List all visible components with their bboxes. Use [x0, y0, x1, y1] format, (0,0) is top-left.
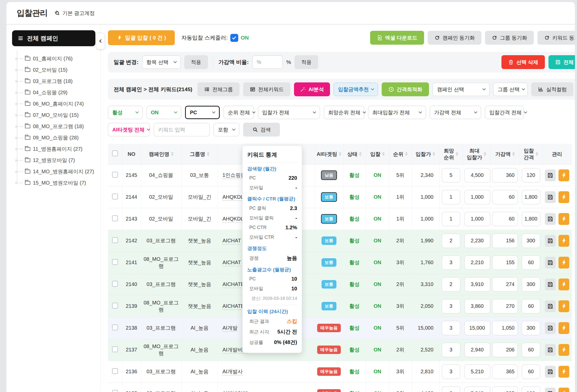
max-bid-input[interactable]: [464, 168, 490, 183]
adjust-amount-input[interactable]: [492, 255, 518, 270]
ai-targeting-badge[interactable]: 매우높음: [317, 367, 341, 376]
ai-targeting-badge[interactable]: 보통: [322, 280, 336, 289]
row-bid-toggle[interactable]: ON: [366, 383, 389, 392]
tree-expander-icon[interactable]: ▷: [16, 114, 19, 117]
save-all-button[interactable]: 전체 저장: [548, 55, 575, 69]
adjust-amount-input[interactable]: [492, 321, 518, 335]
tree-expander-icon[interactable]: ▷: [16, 80, 19, 83]
row-checkbox[interactable]: [112, 281, 118, 287]
row-bid-now-button[interactable]: [558, 322, 569, 334]
adjust-amount-input[interactable]: [492, 299, 518, 313]
row-keyword-link[interactable]: AI개발업체: [223, 390, 248, 392]
adjust-amount-input[interactable]: [492, 277, 518, 292]
row-checkbox[interactable]: [112, 215, 118, 221]
sync-group-button[interactable]: 그룹 동기화: [485, 31, 534, 45]
match-type-select[interactable]: 포함: [214, 123, 239, 136]
col-desired-rank[interactable]: 희망 순위: [439, 144, 463, 164]
row-checkbox[interactable]: [112, 390, 118, 392]
row-save-button[interactable]: [545, 322, 556, 334]
row-bid-toggle[interactable]: ON: [366, 295, 389, 317]
row-keyword-link[interactable]: AICHAT: [223, 238, 241, 244]
campaign-tree-item[interactable]: ▷ 07_MO_모바일 (15): [16, 109, 95, 121]
interval-optimize-button[interactable]: 간격최적화: [382, 82, 429, 96]
tree-expander-icon[interactable]: ▷: [16, 159, 19, 162]
ai-targeting-badge[interactable]: 매우높음: [317, 346, 341, 354]
row-keyword-link[interactable]: AICHATE: [223, 303, 244, 310]
row-checkbox[interactable]: [112, 346, 118, 352]
adjust-amount-input[interactable]: [492, 190, 518, 204]
ai-targeting-badge[interactable]: 보통: [322, 236, 336, 245]
col-bid-price[interactable]: 입찰가: [411, 144, 439, 164]
max-bid-input[interactable]: [464, 277, 490, 292]
ai-targeting-badge[interactable]: 보통: [322, 302, 336, 310]
row-checkbox[interactable]: [112, 324, 118, 330]
desired-rank-input[interactable]: [442, 168, 460, 183]
campaign-tree-item[interactable]: ▷ 03_프로그램 (18): [16, 75, 95, 87]
ai-targeting-badge[interactable]: 매우높음: [317, 389, 341, 392]
col-bid[interactable]: 입찰: [366, 144, 389, 164]
ai-targeting-badge[interactable]: 보통: [321, 214, 337, 224]
col-interval[interactable]: 입찰 간격: [520, 144, 542, 164]
ai-targeting-filter[interactable]: AI타겟팅 전체: [108, 123, 150, 136]
bid-interval-input[interactable]: [522, 212, 540, 226]
bid-interval-input[interactable]: [522, 299, 540, 313]
ai-targeting-badge[interactable]: 보통: [322, 258, 336, 267]
row-keyword-link[interactable]: AHQKDL: [223, 194, 244, 201]
tree-expander-icon[interactable]: ▷: [16, 91, 19, 94]
row-bid-now-button[interactable]: [558, 169, 569, 181]
campaign-tree-item[interactable]: ▷ 06_MO_홈페이지 (74): [16, 98, 95, 109]
row-save-button[interactable]: [545, 191, 556, 203]
bid-recommend-select[interactable]: 입찰금액추천: [334, 83, 378, 96]
desired-rank-input[interactable]: [442, 255, 460, 270]
row-checkbox[interactable]: [112, 237, 118, 243]
all-keywords-button[interactable]: 전체키워드: [243, 82, 290, 96]
bulk-bid-button[interactable]: 일괄 입찰 ( 0 건 ): [108, 30, 175, 45]
row-bid-toggle[interactable]: ON: [366, 273, 389, 295]
desired-rank-input[interactable]: [442, 212, 460, 226]
bid-interval-input[interactable]: [522, 234, 540, 248]
desired-rank-input[interactable]: [442, 190, 460, 204]
col-campaign[interactable]: 캠페인명: [141, 144, 181, 164]
group-select[interactable]: 그룹 선택: [493, 83, 528, 96]
bid-interval-input[interactable]: [522, 255, 540, 270]
rate-apply-button[interactable]: 적용: [295, 55, 318, 69]
adjust-amount-input[interactable]: [492, 365, 518, 379]
col-adjust[interactable]: 가감액: [490, 144, 520, 164]
all-groups-button[interactable]: 전체그룹: [197, 82, 240, 96]
ai-targeting-badge[interactable]: 매우높음: [317, 324, 341, 332]
adjust-amount-filter[interactable]: 가감액 전체: [430, 106, 481, 119]
row-bid-toggle[interactable]: ON: [366, 339, 389, 361]
desired-rank-input[interactable]: [442, 234, 460, 248]
row-bid-toggle[interactable]: ON: [366, 230, 389, 252]
row-bid-now-button[interactable]: [558, 257, 569, 269]
delete-selected-button[interactable]: 선택 삭제: [501, 55, 545, 69]
desired-rank-input[interactable]: [442, 365, 460, 379]
row-bid-now-button[interactable]: [558, 191, 569, 203]
row-bid-toggle[interactable]: ON: [366, 164, 389, 186]
row-bid-now-button[interactable]: [558, 388, 569, 392]
row-checkbox[interactable]: [112, 303, 118, 309]
row-bid-toggle[interactable]: ON: [366, 186, 389, 208]
row-bid-toggle[interactable]: ON: [366, 252, 389, 273]
max-bid-filter[interactable]: 최대입찰가 전체: [368, 106, 426, 119]
rank-filter[interactable]: 순위 전체: [224, 106, 254, 119]
bulk-item-select[interactable]: 항목 선택: [142, 55, 181, 69]
campaign-tree-item[interactable]: ▷ 02_모바일 (15): [16, 64, 95, 75]
campaign-tree-item[interactable]: ▷ 11_병원홈페이지 (27): [16, 143, 95, 155]
campaign-tree-item[interactable]: ▷ 04_쇼핑몰 (29): [16, 87, 95, 98]
tree-expander-icon[interactable]: ▷: [16, 136, 19, 139]
max-bid-input[interactable]: [464, 299, 490, 313]
sync-campaign-button[interactable]: 캠페인 동기화: [428, 31, 482, 45]
row-bid-now-button[interactable]: [558, 366, 569, 378]
row-bid-now-button[interactable]: [558, 279, 569, 290]
excel-download-button[interactable]: 엑셀 다운로드: [370, 31, 424, 45]
sidebar-collapse-button[interactable]: [96, 33, 105, 49]
campaign-tree-item[interactable]: ▷ 01_홈페이지 (76): [16, 53, 95, 64]
row-checkbox[interactable]: [112, 194, 118, 199]
adjust-rate-input[interactable]: [252, 55, 283, 69]
adjust-amount-input[interactable]: [492, 343, 518, 357]
row-bid-now-button[interactable]: [558, 235, 569, 247]
campaign-tree-item[interactable]: ▷ 12_병원모바일 (7): [16, 155, 95, 166]
device-filter[interactable]: PC: [185, 106, 220, 119]
all-campaigns-button[interactable]: 전체 캠페인: [12, 30, 95, 46]
